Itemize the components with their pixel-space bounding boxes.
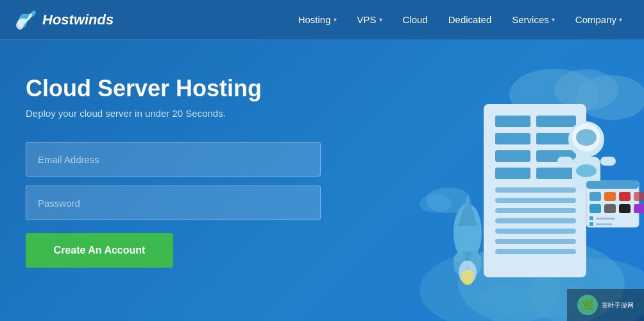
nav-cloud[interactable]: Cloud <box>394 9 437 30</box>
hero-section: Cloud Server Hosting Deploy your cloud s… <box>0 40 644 321</box>
illustration-svg <box>336 40 644 321</box>
svg-rect-7 <box>495 116 530 127</box>
svg-rect-35 <box>600 157 616 166</box>
page-title: Cloud Server Hosting <box>26 75 359 101</box>
create-account-button[interactable]: Create An Account <box>26 233 173 268</box>
chevron-down-icon: ▾ <box>334 16 337 23</box>
nav-dedicated[interactable]: Dedicated <box>439 9 501 30</box>
svg-rect-34 <box>557 157 573 166</box>
password-input[interactable] <box>26 186 321 220</box>
nav-hosting[interactable]: Hosting ▾ <box>289 9 346 30</box>
svg-rect-9 <box>495 133 530 144</box>
svg-rect-16 <box>495 198 576 203</box>
svg-rect-17 <box>495 208 576 213</box>
svg-rect-43 <box>604 204 616 213</box>
watermark-text: 茶叶手游网 <box>602 301 634 309</box>
svg-point-28 <box>461 270 474 285</box>
chevron-down-icon: ▾ <box>379 16 382 23</box>
svg-rect-44 <box>619 204 631 213</box>
hero-subtitle: Deploy your cloud server in under 20 Sec… <box>26 108 359 119</box>
hero-content: Cloud Server Hosting Deploy your cloud s… <box>26 75 359 268</box>
nav-vps[interactable]: VPS ▾ <box>348 9 391 30</box>
svg-rect-48 <box>589 222 593 226</box>
svg-rect-21 <box>495 249 576 254</box>
svg-rect-47 <box>596 218 615 220</box>
svg-rect-8 <box>536 116 576 127</box>
navbar: Hostwinds Hosting ▾ VPS ▾ Cloud Dedicate… <box>0 0 644 40</box>
svg-rect-38 <box>589 192 601 201</box>
chevron-down-icon: ▾ <box>552 16 555 23</box>
logo-icon <box>13 8 37 32</box>
nav-company[interactable]: Company ▾ <box>566 9 631 30</box>
svg-rect-46 <box>589 216 593 220</box>
svg-point-51 <box>419 194 452 213</box>
svg-rect-13 <box>495 168 530 179</box>
logo[interactable]: Hostwinds <box>13 8 114 32</box>
svg-rect-11 <box>495 150 530 162</box>
nav-links: Hosting ▾ VPS ▾ Cloud Dedicated Services… <box>289 9 631 30</box>
chevron-down-icon: ▾ <box>619 16 622 23</box>
svg-rect-41 <box>634 192 644 201</box>
svg-rect-19 <box>495 229 576 234</box>
nav-services[interactable]: Services ▾ <box>503 9 564 30</box>
svg-rect-18 <box>495 218 576 223</box>
logo-text: Hostwinds <box>42 12 114 28</box>
svg-rect-14 <box>536 168 576 179</box>
email-field-group <box>26 142 359 177</box>
svg-point-2 <box>577 75 644 120</box>
password-field-group <box>26 186 359 220</box>
email-input[interactable] <box>26 142 321 177</box>
svg-rect-40 <box>619 192 631 201</box>
svg-rect-45 <box>634 204 644 213</box>
watermark: 🌿 茶叶手游网 <box>567 289 644 321</box>
svg-rect-42 <box>589 204 601 213</box>
svg-point-33 <box>576 164 597 177</box>
svg-rect-37 <box>586 181 639 189</box>
svg-rect-49 <box>596 223 612 225</box>
svg-rect-15 <box>495 187 576 193</box>
hero-illustration <box>336 40 644 321</box>
svg-rect-39 <box>604 192 616 201</box>
watermark-icon: 🌿 <box>577 295 598 315</box>
svg-rect-20 <box>495 239 576 244</box>
svg-point-31 <box>576 129 597 146</box>
